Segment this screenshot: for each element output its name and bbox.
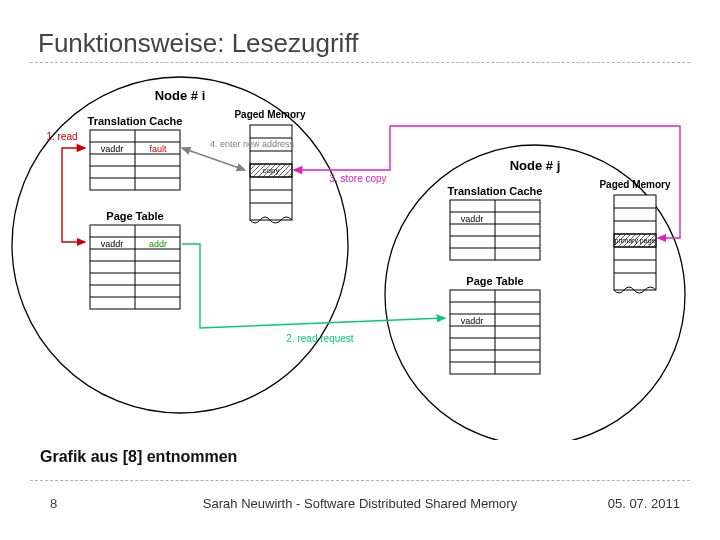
node-j-title: Node # j — [510, 158, 561, 173]
caption: Grafik aus [8] entnommen — [40, 448, 237, 466]
node-j-tc-table: vaddr — [450, 200, 540, 260]
footer-divider — [30, 480, 690, 481]
node-j-pt-table: vaddr — [450, 290, 540, 374]
arrow-1-read — [62, 148, 85, 242]
svg-text:vaddr: vaddr — [461, 214, 484, 224]
svg-text:vaddr: vaddr — [461, 316, 484, 326]
footer-date: 05. 07. 2011 — [608, 496, 680, 511]
node-i-pm-title: Paged Memory — [234, 109, 306, 120]
slide-title: Funktionsweise: Lesezugriff — [38, 28, 358, 59]
arrow-3-label: 3. store copy — [329, 173, 386, 184]
node-j-pm-title: Paged Memory — [599, 179, 671, 190]
svg-text:copy: copy — [263, 166, 280, 175]
node-i-pt-title: Page Table — [106, 210, 163, 222]
arrow-1-label: 1. read — [46, 131, 77, 142]
svg-text:primary page: primary page — [615, 237, 656, 245]
svg-text:addr: addr — [149, 239, 167, 249]
diagram-svg: Node # i Translation Cache vaddr fault P… — [0, 70, 720, 440]
node-j-pm-stack: primary page — [614, 195, 656, 293]
node-i-pt-table: vaddr addr — [90, 225, 180, 309]
node-i-tc-table: vaddr fault — [90, 130, 180, 190]
arrow-2-read-request — [182, 244, 445, 328]
svg-text:fault: fault — [149, 144, 167, 154]
arrow-2-label: 2. read request — [286, 333, 353, 344]
svg-text:vaddr: vaddr — [101, 239, 124, 249]
title-divider — [30, 62, 690, 63]
arrow-4-label: 4. enter new address — [210, 139, 295, 149]
arrow-4-enter — [182, 148, 245, 170]
node-i-tc-title: Translation Cache — [88, 115, 183, 127]
node-j-tc-title: Translation Cache — [448, 185, 543, 197]
node-j-pt-title: Page Table — [466, 275, 523, 287]
node-i-title: Node # i — [155, 88, 206, 103]
svg-text:vaddr: vaddr — [101, 144, 124, 154]
